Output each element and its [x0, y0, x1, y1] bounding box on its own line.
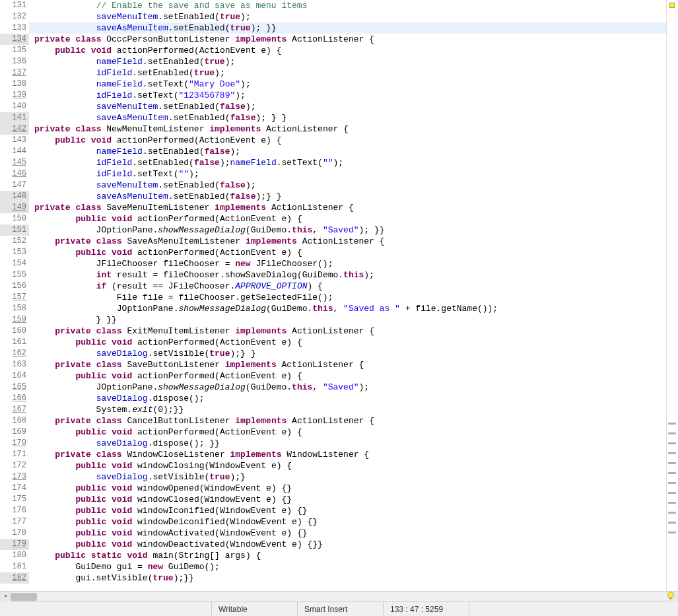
code-line[interactable]: saveDialog.dispose();	[29, 393, 666, 404]
line-number[interactable]: 168⊖	[0, 415, 29, 427]
line-number[interactable]: 148	[0, 191, 29, 202]
ruler-mark[interactable]	[668, 482, 676, 484]
code-line[interactable]: public void actionPerformed(ActionEvent …	[29, 370, 666, 382]
line-number[interactable]: 182	[0, 572, 29, 584]
line-number[interactable]: 159	[0, 314, 29, 325]
line-number[interactable]: 164⊖	[0, 370, 29, 382]
code-line[interactable]: nameField.setText("Mary Doe");	[29, 79, 666, 90]
line-number[interactable]: 170	[0, 438, 29, 449]
line-number[interactable]: 132	[0, 11, 29, 22]
line-number[interactable]: 163⊖	[0, 359, 29, 370]
line-number[interactable]: 138	[0, 79, 29, 90]
line-number[interactable]: 149⊖	[0, 202, 29, 213]
line-number[interactable]: 150⊖	[0, 213, 29, 224]
code-line[interactable]: gui.setVisible(true);}}	[29, 572, 666, 584]
scroll-thumb[interactable]	[11, 593, 37, 601]
ruler-mark[interactable]	[668, 512, 676, 514]
code-line[interactable]: public void windowIconified(WindowEvent …	[29, 505, 666, 516]
line-number[interactable]: 152⊖	[0, 236, 29, 247]
code-line[interactable]: saveMenuItem.setEnabled(false);	[29, 180, 666, 191]
line-number[interactable]: 137	[0, 67, 29, 79]
code-line[interactable]: public void windowClosed(WindowEvent e) …	[29, 494, 666, 505]
code-line[interactable]: saveMenuItem.setEnabled(true);	[29, 11, 666, 22]
line-number[interactable]: 160⊖	[0, 325, 29, 337]
line-number-gutter[interactable]: 131132133134⊖135⊖136137138139140141142⊖1…	[0, 0, 29, 591]
line-number[interactable]: 147	[0, 180, 29, 191]
line-number[interactable]: 175▵	[0, 494, 29, 505]
code-area[interactable]: // Enable the save and save as menu item…	[29, 0, 666, 591]
ruler-mark[interactable]	[668, 442, 676, 444]
line-number[interactable]: 171⊖	[0, 449, 29, 460]
code-line[interactable]: public void actionPerformed(ActionEvent …	[29, 337, 666, 348]
overview-ruler[interactable]	[666, 0, 678, 591]
ruler-mark[interactable]	[668, 452, 676, 454]
code-line[interactable]: } }}	[29, 314, 666, 325]
code-line[interactable]: private class SaveMenuItemListener imple…	[29, 202, 666, 213]
code-line[interactable]: idField.setText("123456789");	[29, 90, 666, 101]
code-line[interactable]: public static void main(String[] args) {	[29, 550, 666, 561]
line-number[interactable]: 139	[0, 90, 29, 101]
code-line[interactable]: public void actionPerformed(ActionEvent …	[29, 247, 666, 258]
line-number[interactable]: 135⊖	[0, 45, 29, 56]
line-number[interactable]: 131	[0, 0, 29, 11]
code-line[interactable]: saveDialog.setVisible(true);}	[29, 471, 666, 483]
code-line[interactable]: saveDialog.dispose(); }}	[29, 438, 666, 449]
line-number[interactable]: 145	[0, 157, 29, 168]
code-line[interactable]: nameField.setEnabled(false);	[29, 146, 666, 157]
code-line[interactable]: public void windowDeiconified(WindowEven…	[29, 516, 666, 528]
code-line[interactable]: public void actionPerformed(ActionEvent …	[29, 45, 666, 56]
line-number[interactable]: 157	[0, 292, 29, 303]
line-number[interactable]: 158	[0, 303, 29, 314]
ruler-mark[interactable]	[668, 462, 676, 464]
code-line[interactable]: public void windowClosing(WindowEvent e)…	[29, 460, 666, 471]
code-line[interactable]: idField.setEnabled(true);	[29, 67, 666, 79]
scroll-left-button[interactable]: ◂	[0, 592, 11, 602]
line-number[interactable]: 181	[0, 561, 29, 572]
horizontal-scrollbar[interactable]: ◂ ▸	[0, 591, 678, 601]
line-number[interactable]: 165	[0, 382, 29, 393]
code-line[interactable]: saveAsMenuItem.setEnabled(true); }}	[29, 22, 666, 34]
code-line[interactable]: idField.setText("");	[29, 168, 666, 180]
line-number[interactable]: 146	[0, 168, 29, 180]
line-number[interactable]: 167	[0, 404, 29, 415]
line-number[interactable]: 134⊖	[0, 34, 29, 45]
line-number[interactable]: 177▵	[0, 516, 29, 528]
line-number[interactable]: 155	[0, 269, 29, 281]
code-line[interactable]: JOptionPane.showMessageDialog(GuiDemo.th…	[29, 382, 666, 393]
code-line[interactable]: JFileChooser fileChooser = new JFileChoo…	[29, 258, 666, 269]
line-number[interactable]: 174▵	[0, 483, 29, 494]
code-line[interactable]: private class WindowCloseListener implem…	[29, 449, 666, 460]
code-line[interactable]: int result = fileChooser.showSaveDialog(…	[29, 269, 666, 281]
line-number[interactable]: 169⊖	[0, 427, 29, 438]
line-number[interactable]: 179▵	[0, 539, 29, 550]
line-number[interactable]: 144	[0, 146, 29, 157]
tip-bulb-icon[interactable]	[666, 591, 675, 600]
ruler-mark[interactable]	[668, 522, 676, 524]
line-number[interactable]: 140	[0, 101, 29, 112]
ruler-mark[interactable]	[668, 432, 676, 434]
line-number[interactable]: 166	[0, 393, 29, 404]
ruler-mark[interactable]	[668, 423, 676, 425]
code-line[interactable]: private class ExitMenuItemListener imple…	[29, 325, 666, 337]
line-number[interactable]: 176▵	[0, 505, 29, 516]
code-line[interactable]: GuiDemo gui = new GuiDemo();	[29, 561, 666, 572]
code-line[interactable]: public void windowActivated(WindowEvent …	[29, 528, 666, 539]
code-line[interactable]: File file = fileChooser.getSelectedFile(…	[29, 292, 666, 303]
code-line[interactable]: if (result == JFileChooser.APPROVE_OPTIO…	[29, 281, 666, 292]
code-line[interactable]: saveAsMenuItem.setEnabled(false);} }	[29, 191, 666, 202]
line-number[interactable]: 172⊖	[0, 460, 29, 471]
line-number[interactable]: 153⊖	[0, 247, 29, 258]
code-line[interactable]: public void windowDeactivated(WindowEven…	[29, 539, 666, 550]
line-number[interactable]: 178▵	[0, 528, 29, 539]
line-number[interactable]: 173	[0, 471, 29, 483]
line-number[interactable]: 143⊖	[0, 135, 29, 146]
code-line[interactable]: private class SaveButtonListener impleme…	[29, 359, 666, 370]
code-line[interactable]: saveDialog.setVisible(true);} }	[29, 348, 666, 359]
line-number[interactable]: 136	[0, 56, 29, 67]
line-number[interactable]: 133	[0, 22, 29, 34]
code-line[interactable]: nameField.setEnabled(true);	[29, 56, 666, 67]
code-line[interactable]: saveMenuItem.setEnabled(false);	[29, 101, 666, 112]
code-line[interactable]: // Enable the save and save as menu item…	[29, 0, 666, 11]
line-number[interactable]: 151	[0, 224, 29, 236]
code-line[interactable]: System.exit(0);}}	[29, 404, 666, 415]
